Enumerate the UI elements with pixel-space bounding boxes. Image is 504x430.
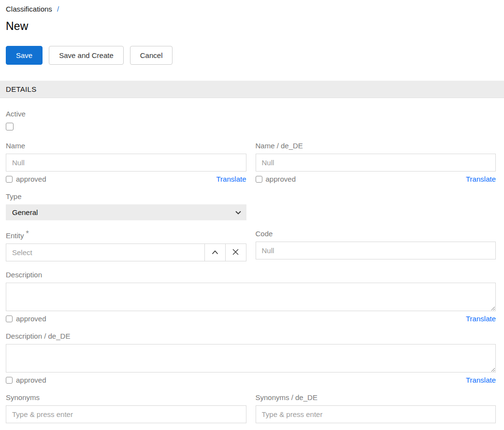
- name-de-translate-link[interactable]: Translate: [466, 175, 496, 183]
- field-name-de: Name / de_DE approved Translate: [256, 142, 496, 183]
- breadcrumb-separator: /: [57, 5, 59, 13]
- description-de-translate-link[interactable]: Translate: [466, 376, 496, 384]
- code-input[interactable]: [256, 242, 496, 259]
- field-description: Description approved Translate: [6, 271, 496, 323]
- description-de-textarea[interactable]: [6, 344, 496, 373]
- description-textarea[interactable]: [6, 283, 496, 311]
- field-code: Code: [256, 229, 496, 261]
- description-approved-checkbox[interactable]: [6, 315, 13, 322]
- field-entity: Entity*: [6, 229, 246, 261]
- description-de-label: Description / de_DE: [6, 332, 496, 340]
- type-label: Type: [6, 192, 246, 201]
- name-approved-checkbox[interactable]: [6, 176, 13, 183]
- description-de-approved-checkbox[interactable]: [6, 377, 13, 384]
- breadcrumb: Classifications /: [6, 0, 496, 13]
- save-button[interactable]: Save: [6, 46, 43, 65]
- synonyms-de-input[interactable]: [256, 405, 496, 423]
- description-label: Description: [6, 271, 496, 279]
- required-marker: *: [26, 229, 29, 238]
- field-type: Type General: [6, 192, 246, 220]
- details-panel-header: DETAILS: [0, 81, 504, 98]
- chevron-up-icon: [212, 249, 218, 256]
- save-and-create-button[interactable]: Save and Create: [49, 46, 124, 65]
- field-description-de: Description / de_DE approved Translate: [6, 332, 496, 384]
- field-name: Name approved Translate: [6, 142, 246, 183]
- name-approved-label: approved: [16, 175, 46, 183]
- action-buttons: Save Save and Create Cancel: [6, 46, 496, 65]
- description-approved-label: approved: [16, 315, 46, 323]
- name-de-approved-label: approved: [266, 175, 296, 183]
- synonyms-label: Synonyms: [6, 393, 246, 401]
- field-active: Active: [6, 110, 496, 132]
- breadcrumb-classifications[interactable]: Classifications: [6, 5, 52, 13]
- synonyms-input[interactable]: [6, 405, 246, 423]
- description-translate-link[interactable]: Translate: [466, 315, 496, 323]
- name-de-input[interactable]: [256, 154, 496, 172]
- entity-expand-button[interactable]: [204, 244, 226, 261]
- page-title: New: [6, 20, 496, 33]
- name-input[interactable]: [6, 154, 246, 172]
- active-checkbox[interactable]: [6, 123, 14, 130]
- close-icon: [232, 249, 239, 257]
- entity-clear-button[interactable]: [225, 244, 246, 261]
- field-synonyms-de: Synonyms / de_DE: [256, 393, 496, 423]
- type-select[interactable]: General: [6, 204, 246, 220]
- entity-label: Entity*: [6, 229, 246, 240]
- active-label: Active: [6, 110, 496, 118]
- name-translate-link[interactable]: Translate: [216, 175, 246, 183]
- field-synonyms: Synonyms: [6, 393, 246, 423]
- description-de-approved-label: approved: [16, 376, 46, 384]
- code-label: Code: [256, 229, 496, 238]
- cancel-button[interactable]: Cancel: [130, 46, 173, 65]
- name-de-label: Name / de_DE: [256, 142, 496, 150]
- name-de-approved-checkbox[interactable]: [256, 176, 262, 183]
- synonyms-de-label: Synonyms / de_DE: [256, 393, 496, 401]
- name-label: Name: [6, 142, 246, 150]
- entity-input[interactable]: [6, 244, 205, 261]
